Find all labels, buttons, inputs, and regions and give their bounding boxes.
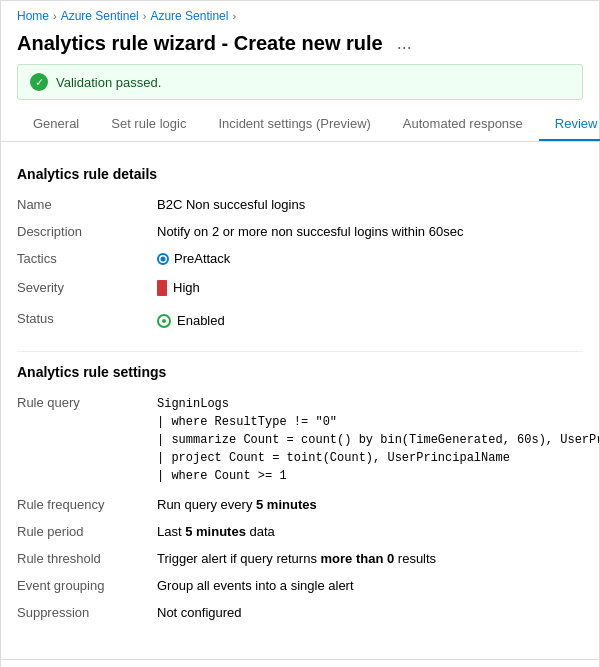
- breadcrumb-sentinel2[interactable]: Azure Sentinel: [150, 9, 228, 23]
- label-rule-period: Rule period: [17, 521, 157, 542]
- label-event-grouping: Event grouping: [17, 575, 157, 596]
- breadcrumb: Home › Azure Sentinel › Azure Sentinel ›: [1, 1, 599, 27]
- tab-rule-logic[interactable]: Set rule logic: [95, 108, 202, 141]
- breadcrumb-home[interactable]: Home: [17, 9, 49, 23]
- status-icon: [157, 314, 171, 328]
- rule-frequency-bold: 5 minutes: [256, 497, 317, 512]
- tab-review-create[interactable]: Review and create: [539, 108, 600, 141]
- label-severity: Severity: [17, 277, 157, 298]
- validation-icon: ✓: [30, 73, 48, 91]
- analytics-details-grid: Name B2C Non succesful logins Descriptio…: [17, 194, 583, 331]
- section-divider: [17, 351, 583, 352]
- tab-incident-settings[interactable]: Incident settings (Preview): [202, 108, 386, 141]
- tactic-text: PreAttack: [174, 251, 230, 266]
- value-rule-frequency: Run query every 5 minutes: [157, 494, 599, 515]
- tabs-container: General Set rule logic Incident settings…: [1, 108, 599, 142]
- severity-indicator-icon: [157, 280, 167, 296]
- value-suppression: Not configured: [157, 602, 599, 623]
- breadcrumb-sentinel1[interactable]: Azure Sentinel: [61, 9, 139, 23]
- value-name: B2C Non succesful logins: [157, 194, 583, 215]
- validation-banner: ✓ Validation passed.: [17, 64, 583, 100]
- value-status: Enabled: [157, 308, 583, 332]
- page-title: Analytics rule wizard - Create new rule: [17, 32, 383, 55]
- section-analytics-details-title: Analytics rule details: [17, 166, 583, 182]
- label-status: Status: [17, 308, 157, 329]
- value-rule-period: Last 5 minutes data: [157, 521, 599, 542]
- content-area: Analytics rule details Name B2C Non succ…: [1, 142, 599, 659]
- value-rule-query: SigninLogs | where ResultType != "0" | s…: [157, 392, 599, 488]
- tactic-dot-icon: [157, 253, 169, 265]
- tactic-badge: PreAttack: [157, 251, 230, 266]
- status-text: Enabled: [177, 313, 225, 328]
- tab-general[interactable]: General: [17, 108, 95, 141]
- footer: Previous Create: [1, 659, 599, 667]
- rule-period-bold: 5 minutes: [185, 524, 246, 539]
- rule-threshold-bold: more than 0: [321, 551, 395, 566]
- label-rule-query: Rule query: [17, 392, 157, 413]
- severity-badge: High: [157, 280, 200, 296]
- validation-message: Validation passed.: [56, 75, 161, 90]
- analytics-settings-grid: Rule query SigninLogs | where ResultType…: [17, 392, 583, 623]
- value-tactics: PreAttack: [157, 248, 583, 271]
- section-analytics-settings-title: Analytics rule settings: [17, 364, 583, 380]
- value-rule-threshold: Trigger alert if query returns more than…: [157, 548, 599, 569]
- tab-automated-response[interactable]: Automated response: [387, 108, 539, 141]
- label-tactics: Tactics: [17, 248, 157, 269]
- label-name: Name: [17, 194, 157, 215]
- label-description: Description: [17, 221, 157, 242]
- ellipsis-button[interactable]: ...: [391, 31, 418, 56]
- value-event-grouping: Group all events into a single alert: [157, 575, 599, 596]
- status-badge: Enabled: [157, 313, 225, 328]
- value-severity: High: [157, 277, 583, 302]
- value-description: Notify on 2 or more non succesful logins…: [157, 221, 583, 242]
- severity-text: High: [173, 280, 200, 295]
- label-rule-threshold: Rule threshold: [17, 548, 157, 569]
- label-rule-frequency: Rule frequency: [17, 494, 157, 515]
- label-suppression: Suppression: [17, 602, 157, 623]
